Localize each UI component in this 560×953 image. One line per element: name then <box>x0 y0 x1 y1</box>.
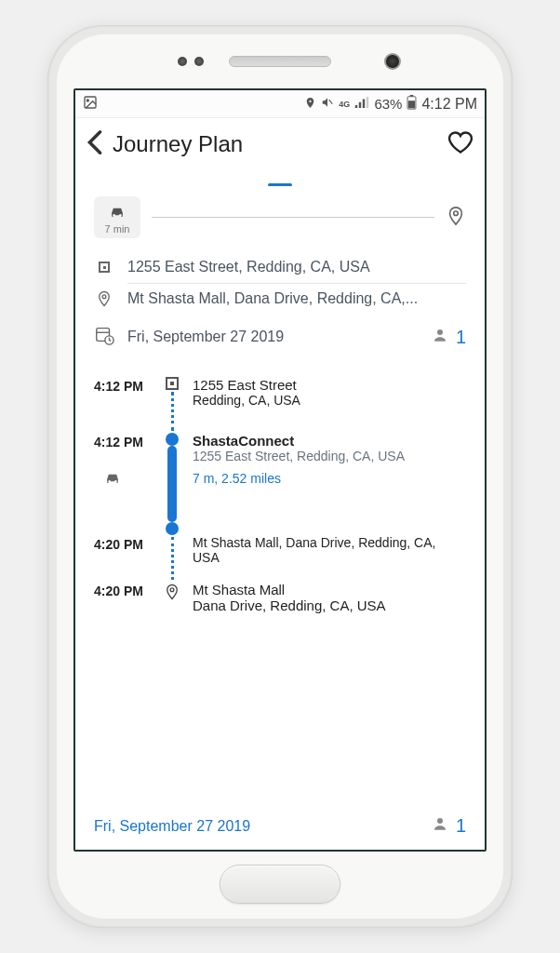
svg-point-9 <box>102 295 106 299</box>
car-icon <box>108 204 127 223</box>
trip-date: Fri, September 27 2019 <box>127 329 419 345</box>
favorite-button[interactable] <box>447 129 473 159</box>
page-title: Journey Plan <box>113 131 438 157</box>
summary-panel: 7 min 1255 East Street, Redding, CA, USA <box>75 170 485 360</box>
destination-pin-icon <box>94 289 114 308</box>
step-subtitle: 1255 East Street, Redding, CA, USA <box>193 449 466 463</box>
mode-row: 7 min <box>94 196 466 238</box>
step-title: ShastaConnect <box>193 433 466 449</box>
passenger-count: 1 <box>456 327 466 348</box>
origin-node-icon <box>166 377 179 390</box>
svg-point-17 <box>437 818 443 824</box>
passenger-selector[interactable]: 1 <box>432 327 466 348</box>
mute-icon <box>321 96 334 112</box>
sensor-dot <box>178 57 187 66</box>
step-title: Mt Shasta Mall <box>193 582 466 597</box>
svg-point-13 <box>437 329 443 335</box>
svg-point-1 <box>87 100 88 101</box>
svg-rect-5 <box>408 101 415 108</box>
battery-percentage: 63% <box>374 96 402 112</box>
back-button[interactable] <box>87 129 103 160</box>
home-button[interactable] <box>220 865 340 904</box>
network-icon: 4G <box>339 100 350 109</box>
destination-address: Mt Shasta Mall, Dana Drive, Redding, CA,… <box>127 290 466 307</box>
status-time: 4:12 PM <box>421 96 477 113</box>
phone-top-hardware <box>57 34 503 88</box>
mode-chip-car[interactable]: 7 min <box>94 196 140 238</box>
destination-pin-icon <box>164 582 180 605</box>
segment-end-node <box>166 522 179 535</box>
svg-point-7 <box>119 214 122 217</box>
front-camera <box>384 53 401 70</box>
svg-line-2 <box>329 100 333 104</box>
car-icon <box>103 470 122 490</box>
step-title: Mt Shasta Mall, Dana Drive, Redding, CA,… <box>193 535 466 565</box>
svg-point-16 <box>170 588 174 592</box>
svg-point-15 <box>114 480 117 483</box>
svg-rect-4 <box>410 95 414 97</box>
drag-handle[interactable] <box>94 178 466 191</box>
speaker-grille <box>229 56 331 67</box>
signal-icon <box>354 96 369 112</box>
destination-pin-icon <box>446 206 466 230</box>
person-icon <box>432 815 448 837</box>
origin-row[interactable]: 1255 East Street, Redding, CA, USA <box>94 251 466 283</box>
svg-point-6 <box>113 214 115 217</box>
screen: 4G 63% 4:12 PM Journey Plan <box>73 88 487 852</box>
phone-inner: 4G 63% 4:12 PM Journey Plan <box>57 34 503 919</box>
footer-passenger-selector[interactable]: 1 <box>432 815 466 837</box>
step-time: 4:12 PM <box>94 377 152 433</box>
footer-passenger-count: 1 <box>456 815 466 837</box>
phone-frame: 4G 63% 4:12 PM Journey Plan <box>47 25 513 928</box>
itinerary-step: 4:12 PM ShastaConnect 1255 East Street, … <box>94 433 466 535</box>
origin-address: 1255 East Street, Redding, CA, USA <box>127 259 466 275</box>
person-icon <box>432 327 448 348</box>
footer-date[interactable]: Fri, September 27 2019 <box>94 818 432 835</box>
step-title: 1255 East Street <box>193 377 466 393</box>
battery-icon <box>407 95 417 113</box>
footer-row: Fri, September 27 2019 1 <box>75 806 485 850</box>
step-meta: 7 m, 2.52 miles <box>193 471 466 486</box>
destination-row[interactable]: Mt Shasta Mall, Dana Drive, Redding, CA,… <box>94 284 466 315</box>
svg-point-14 <box>108 480 111 483</box>
step-subtitle: Redding, CA, USA <box>193 393 466 408</box>
calendar-icon <box>94 325 114 349</box>
image-notification-icon <box>83 95 98 113</box>
status-bar: 4G 63% 4:12 PM <box>75 90 485 118</box>
location-icon <box>304 96 316 112</box>
sensor-dot <box>194 57 204 66</box>
origin-square-icon <box>94 262 114 273</box>
itinerary-list[interactable]: 4:12 PM 1255 East Street Redding, CA, US… <box>75 360 485 806</box>
date-row[interactable]: Fri, September 27 2019 1 <box>94 315 466 349</box>
itinerary-step: 4:20 PM Mt Shasta Mall, Dana Drive, Redd… <box>94 535 466 582</box>
itinerary-step: 4:20 PM Mt Shasta Mall Dana Drive, Reddi… <box>94 582 466 626</box>
step-time: 4:20 PM <box>94 535 152 582</box>
app-header: Journey Plan <box>75 118 485 170</box>
step-subtitle: Dana Drive, Redding, CA, USA <box>193 597 466 613</box>
step-time: 4:20 PM <box>94 582 152 626</box>
mode-duration: 7 min <box>105 223 130 235</box>
route-line <box>152 217 434 218</box>
itinerary-step: 4:12 PM 1255 East Street Redding, CA, US… <box>94 377 466 433</box>
segment-start-node <box>166 433 179 446</box>
svg-point-8 <box>454 210 459 215</box>
